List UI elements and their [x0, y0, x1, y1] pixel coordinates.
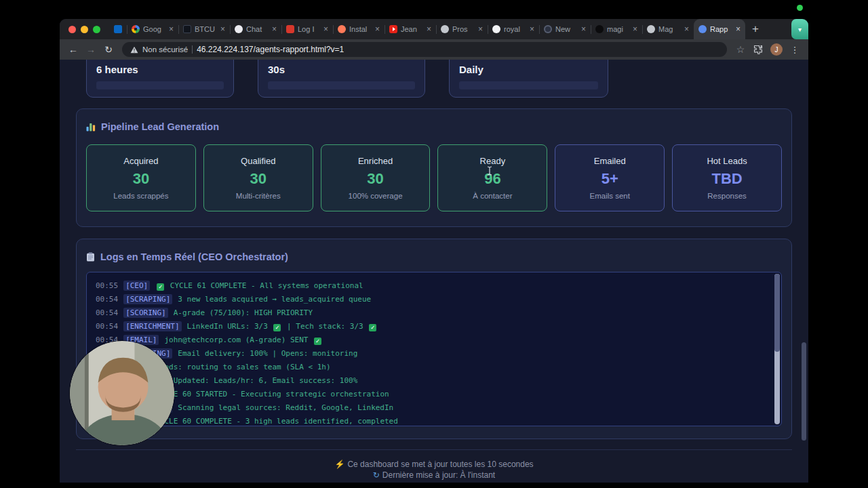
browser-tab[interactable]: Rapp× — [694, 19, 745, 39]
browser-tab[interactable]: Jean× — [384, 19, 436, 39]
log-entry: 00:54[HOT]Leads: routing to sales team (… — [96, 361, 764, 374]
tab-close-icon[interactable]: × — [684, 25, 689, 33]
log-time: 00:55 — [96, 281, 118, 290]
tab-close-icon[interactable]: × — [478, 25, 483, 33]
browser-tab[interactable] — [109, 19, 127, 39]
dark-app-favicon — [544, 25, 552, 33]
pipeline-card-enriched: Enriched30100% coverage — [321, 144, 431, 211]
tab-close-icon[interactable]: × — [323, 25, 328, 33]
tab-close-icon[interactable]: × — [633, 25, 637, 33]
tab-close-icon[interactable]: × — [427, 25, 431, 33]
address-bar[interactable]: Non sécurisé 46.224.224.137/agents-rappo… — [122, 42, 727, 57]
reload-button[interactable]: ↻ — [100, 41, 117, 58]
log-entry: 00:54[SCRAPING]3 new leads acquired → le… — [96, 293, 764, 306]
tab-label: Log I — [298, 25, 320, 33]
browser-tab[interactable]: Mag× — [642, 19, 694, 39]
tab-search-button[interactable]: ▾ — [791, 19, 808, 39]
tab-label: Instal — [349, 25, 372, 33]
top-card: 6 heures — [86, 60, 234, 98]
browser-tab[interactable]: New× — [539, 19, 591, 39]
log-tag: [ENRICHMENT] — [123, 321, 181, 331]
fullscreen-window-button[interactable] — [93, 26, 100, 33]
page-footer: ⚡Ce dashboard se met à jour toutes les 1… — [76, 449, 792, 480]
log-message: KPI Updated: Leads/hr: 6, Email success:… — [155, 376, 357, 385]
tab-close-icon[interactable]: × — [220, 25, 225, 33]
browser-tab[interactable]: Instal× — [333, 19, 384, 39]
back-button[interactable]: ← — [65, 41, 81, 58]
log-message: CYCLE 60 COMPLETE - 3 high leads identif… — [155, 417, 398, 426]
pipeline-card-qualified: Qualified30Multi-critères — [203, 144, 313, 211]
log-entry: 00:53[SCRAPING]Scanning legal sources: R… — [96, 401, 764, 415]
bookmark-star-icon[interactable]: ☆ — [732, 41, 749, 58]
tab-close-icon[interactable]: × — [530, 25, 534, 33]
url-text: 46.224.224.137/agents-rapport.html?v=1 — [197, 45, 344, 54]
linkedin-favicon — [114, 25, 122, 33]
webcam-video — [70, 341, 174, 445]
security-label: Non sécurisé — [142, 45, 188, 54]
page-viewport: 6 heures30sDaily Pipeline Lead Generatio… — [60, 60, 808, 483]
log-entry: 00:53[CEO]CYCLE 60 STARTED - Executing s… — [96, 388, 764, 401]
log-message: Scanning legal sources: Reddit, Google, … — [178, 403, 393, 412]
log-message: A-grade (75/100): HIGH PRIORITY — [174, 308, 313, 317]
browser-tab[interactable]: royal× — [488, 19, 539, 39]
pipeline-card-emailed: Emailed5+Emails sent — [555, 144, 665, 211]
browser-tab[interactable]: Pros× — [436, 19, 488, 39]
pipeline-card-value: TBD — [711, 170, 742, 188]
log-tag: [SCORING] — [123, 308, 168, 318]
pipeline-card-sub: Multi-critères — [236, 192, 281, 200]
refresh-icon: ↻ — [373, 470, 380, 480]
log-message: CYCLE 60 STARTED - Executing strategic o… — [155, 390, 389, 399]
log-scrollbar-thumb[interactable] — [774, 274, 780, 352]
top-card-title: 30s — [268, 64, 415, 75]
minimize-window-button[interactable] — [81, 26, 88, 33]
profile-avatar[interactable]: J — [770, 43, 783, 56]
log-message: Email delivery: 100% | Opens: monitoring — [178, 349, 357, 358]
black-app-favicon — [595, 25, 604, 33]
browser-tab[interactable]: BTCU× — [178, 19, 230, 39]
bolt-icon: ⚡ — [334, 460, 344, 469]
logs-panel: Logs en Temps Réel (CEO Orchestrator) 00… — [76, 239, 792, 439]
browser-tab[interactable]: magi× — [591, 19, 642, 39]
bar-chart-icon — [86, 123, 96, 131]
pipeline-cards: Acquired30Leads scrappésQualified30Multi… — [86, 144, 782, 211]
chevron-down-icon: ▾ — [798, 26, 802, 33]
browser-toolbar: ← → ↻ Non sécurisé 46.224.224.137/agents… — [60, 39, 808, 60]
browser-tab[interactable]: Goog× — [127, 19, 178, 39]
log-time: 00:54 — [96, 308, 118, 317]
pipeline-card-acquired: Acquired30Leads scrappés — [86, 144, 196, 211]
chatgpt-favicon — [235, 25, 243, 33]
pipeline-card-sub: Leads scrappés — [113, 192, 168, 200]
top-card-title: Daily — [459, 64, 598, 75]
browser-tab[interactable]: Chat× — [230, 19, 281, 39]
log-entry: 00:54[SCORING]A-grade (75/100): HIGH PRI… — [96, 306, 764, 320]
red-app-favicon — [286, 25, 294, 33]
log-entry: 00:54[ENRICHMENT]LinkedIn URLs: 3/3 ✓ | … — [96, 320, 764, 333]
pipeline-panel-header: Pipeline Lead Generation — [86, 120, 782, 134]
top-card-title: 6 heures — [96, 64, 224, 75]
browser-menu-icon[interactable]: ⋮ — [787, 41, 803, 58]
top-card-subbar — [96, 81, 224, 89]
new-tab-button[interactable]: + — [747, 20, 764, 38]
tab-close-icon[interactable]: × — [169, 25, 174, 33]
tab-close-icon[interactable]: × — [272, 25, 277, 33]
log-entry: 00:53[CEO]CYCLE 60 COMPLETE - 3 high lea… — [96, 415, 764, 426]
tab-label: Jean — [401, 25, 423, 33]
text-cursor — [486, 166, 493, 176]
tab-close-icon[interactable]: × — [736, 25, 741, 33]
tab-close-icon[interactable]: × — [581, 25, 586, 33]
tradingview-favicon — [183, 25, 191, 33]
gray-app-favicon — [441, 25, 449, 33]
forward-button[interactable]: → — [83, 41, 99, 58]
tab-close-icon[interactable]: × — [375, 25, 380, 33]
log-scrollbar-track[interactable] — [774, 274, 780, 424]
browser-tab[interactable]: Log I× — [281, 19, 333, 39]
page-scrollbar-thumb[interactable] — [802, 342, 806, 441]
hubspot-favicon — [338, 25, 346, 33]
pipeline-card-sub: À contacter — [473, 192, 512, 200]
close-window-button[interactable] — [68, 26, 76, 33]
footer-update-line: ⚡Ce dashboard se met à jour toutes les 1… — [76, 460, 792, 469]
check-icon: ✓ — [157, 283, 164, 291]
dashboard-content: 6 heures30sDaily Pipeline Lead Generatio… — [76, 60, 792, 480]
extensions-icon[interactable] — [750, 41, 766, 58]
report-favicon — [698, 25, 707, 33]
